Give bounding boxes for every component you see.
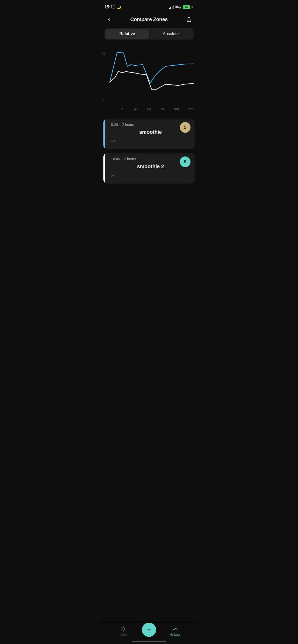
signal-icon — [169, 5, 174, 9]
meal-icon-1: ✂ — [111, 138, 190, 145]
meal-card-2[interactable]: 10:45 + 2 hours smoothie 2 ✂ 9 — [103, 153, 195, 184]
battery-text: 80 — [185, 6, 188, 8]
network-label: 5GW — [175, 5, 181, 9]
meal-card-1[interactable]: 9:20 + 2 hours smoothie ✂ 5 — [103, 119, 195, 149]
status-bar: 15:11 🌙 5GW 80 ⚡ — [99, 0, 199, 13]
card-badge-1: 5 — [180, 122, 191, 133]
header: ‹ Compare Zones — [99, 13, 199, 28]
toggle-relative[interactable]: Relative — [105, 29, 149, 39]
x-label-120: 120 — [188, 107, 194, 111]
x-label-80: 80 — [160, 107, 164, 111]
x-label-60: 60 — [147, 107, 151, 111]
view-toggle: Relative Absolute — [104, 28, 194, 40]
toggle-absolute[interactable]: Absolute — [149, 29, 193, 39]
x-label-20: 20 — [121, 107, 124, 111]
card-time-2: 10:45 + 2 hours — [111, 157, 190, 161]
moon-icon: 🌙 — [117, 5, 121, 9]
share-button[interactable] — [184, 15, 194, 24]
chart-x-labels: 0 20 40 60 80 100 120 — [110, 107, 194, 111]
battery-body: 80 — [183, 5, 190, 9]
card-badge-2: 9 — [180, 156, 191, 167]
card-accent-blue — [103, 119, 105, 149]
charging-icon: ⚡ — [191, 6, 194, 8]
battery-container: 80 ⚡ — [183, 5, 194, 9]
card-time-1: 9:20 + 2 hours — [111, 123, 190, 127]
chart-area: 30 0 0 20 40 60 80 100 120 — [102, 45, 196, 116]
x-label-0: 0 — [110, 107, 111, 111]
meal-icon-2: ✂ — [111, 172, 190, 179]
card-name-1: smoothie — [111, 129, 190, 135]
chart-svg — [110, 47, 194, 96]
status-icons: 5GW 80 ⚡ — [169, 5, 194, 9]
x-label-40: 40 — [134, 107, 138, 111]
back-button[interactable]: ‹ — [104, 15, 114, 24]
share-icon — [186, 17, 192, 22]
cards-container: 9:20 + 2 hours smoothie ✂ 5 10:45 + 2 ho… — [99, 116, 199, 186]
y-label-0: 0 — [102, 97, 104, 101]
y-label-30: 30 — [102, 52, 105, 55]
card-name-2: smoothie 2 — [111, 164, 190, 169]
status-time: 15:11 — [104, 5, 115, 10]
card-accent-white — [103, 153, 105, 184]
page-title: Compare Zones — [130, 17, 168, 22]
x-label-100: 100 — [174, 107, 179, 111]
back-arrow-icon: ‹ — [108, 16, 110, 23]
